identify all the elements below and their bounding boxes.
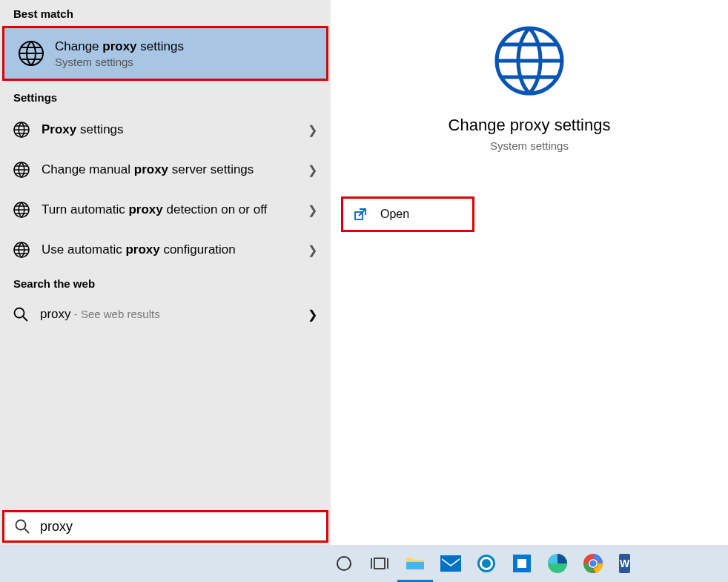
globe-icon bbox=[494, 25, 565, 96]
chrome-icon bbox=[583, 554, 603, 573]
search-icon bbox=[15, 519, 30, 534]
folder-icon bbox=[406, 555, 425, 571]
best-match-subtitle: System settings bbox=[55, 56, 313, 68]
taskbar-edge[interactable] bbox=[540, 545, 575, 582]
svg-line-16 bbox=[24, 529, 29, 533]
best-match-header: Best match bbox=[0, 0, 331, 26]
chevron-right-icon: ❯ bbox=[308, 203, 317, 217]
taskbar-explorer[interactable] bbox=[397, 545, 433, 582]
taskbar-word[interactable]: W bbox=[611, 545, 646, 582]
open-external-icon bbox=[354, 208, 367, 221]
taskbar-mail[interactable] bbox=[433, 545, 469, 582]
search-value: proxy bbox=[40, 519, 73, 535]
search-input[interactable]: proxy bbox=[2, 510, 328, 543]
preview-panel: Change proxy settings System settings Op… bbox=[331, 0, 728, 545]
word-icon: W bbox=[619, 554, 638, 573]
svg-point-10 bbox=[15, 308, 24, 318]
svg-rect-26 bbox=[517, 559, 526, 568]
settings-item-manual-proxy[interactable]: Change manual proxy server settings ❯ bbox=[0, 150, 331, 190]
settings-item-label: Change manual proxy server settings bbox=[42, 161, 308, 179]
chevron-right-icon: ❯ bbox=[308, 123, 317, 137]
svg-line-11 bbox=[23, 317, 27, 321]
search-results-panel: Best match Change proxy settings System … bbox=[0, 0, 331, 545]
mail-icon bbox=[440, 555, 461, 572]
svg-text:W: W bbox=[620, 558, 630, 569]
settings-item-label: Proxy settings bbox=[42, 121, 308, 139]
svg-point-30 bbox=[590, 560, 597, 567]
settings-item-label: Use automatic proxy configuration bbox=[42, 241, 308, 259]
taskbar-dell[interactable] bbox=[469, 545, 504, 582]
taskbar-taskview[interactable] bbox=[362, 545, 397, 582]
open-button[interactable]: Open bbox=[341, 196, 474, 232]
globe-icon bbox=[18, 40, 44, 67]
svg-point-17 bbox=[337, 557, 351, 570]
taskbar-chrome[interactable] bbox=[575, 545, 611, 582]
taskbar-app[interactable] bbox=[504, 545, 540, 582]
app-icon bbox=[513, 555, 531, 572]
chevron-right-icon: ❯ bbox=[308, 243, 317, 257]
taskbar-cortana[interactable] bbox=[326, 545, 362, 582]
globe-icon bbox=[13, 122, 30, 138]
web-result-label: proxy - See web results bbox=[40, 307, 308, 322]
taskbar: W bbox=[0, 545, 728, 582]
globe-icon bbox=[13, 202, 30, 218]
settings-item-auto-config[interactable]: Use automatic proxy configuration ❯ bbox=[0, 230, 331, 270]
settings-item-proxy[interactable]: Proxy settings ❯ bbox=[0, 110, 331, 150]
best-match-result[interactable]: Change proxy settings System settings bbox=[2, 26, 328, 81]
svg-point-24 bbox=[482, 559, 491, 568]
settings-item-auto-detection[interactable]: Turn automatic proxy detection on or off… bbox=[0, 190, 331, 230]
settings-header: Settings bbox=[0, 84, 331, 110]
preview-title: Change proxy settings bbox=[331, 116, 728, 135]
globe-icon bbox=[13, 242, 30, 258]
search-icon bbox=[13, 307, 28, 322]
web-result[interactable]: proxy - See web results ❯ bbox=[0, 296, 331, 333]
preview-subtitle: System settings bbox=[331, 139, 728, 152]
edge-icon bbox=[548, 554, 567, 573]
svg-rect-18 bbox=[374, 558, 385, 569]
cortana-icon bbox=[336, 555, 352, 572]
globe-icon bbox=[13, 162, 30, 178]
dell-icon bbox=[477, 555, 495, 572]
open-label: Open bbox=[380, 208, 409, 221]
chevron-right-icon: ❯ bbox=[308, 163, 317, 177]
best-match-title: Change proxy settings bbox=[55, 39, 313, 54]
svg-point-15 bbox=[16, 520, 26, 530]
taskview-icon bbox=[371, 556, 388, 571]
web-header: Search the web bbox=[0, 270, 331, 296]
settings-item-label: Turn automatic proxy detection on or off bbox=[42, 201, 308, 219]
svg-rect-21 bbox=[440, 555, 461, 572]
chevron-right-icon: ❯ bbox=[308, 308, 317, 322]
